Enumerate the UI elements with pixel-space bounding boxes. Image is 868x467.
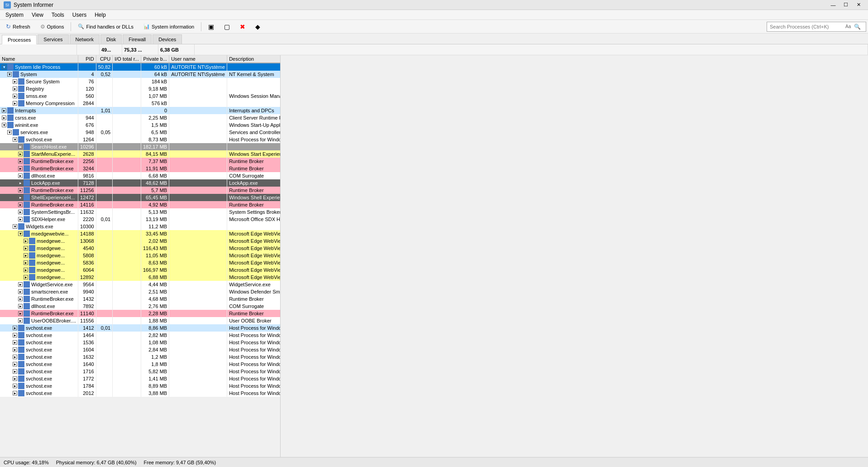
table-row[interactable]: ▾svchost.exe12648,73 MBHost Process for … [0,136,281,143]
table-row[interactable]: ▸Interrupts1,010Interrupts and DPCs [0,107,281,114]
table-row[interactable]: ▸svchost.exe14120,018,86 MBHost Process … [0,324,281,332]
table-row[interactable]: ▸svchost.exe16321,2 MBHost Process for W… [0,353,281,361]
table-row[interactable]: ▸svchost.exe16401,8 MBHost Process for W… [0,361,281,368]
table-row[interactable]: ▸msedgewe...58368,63 MBMicrosoft Edge We… [0,259,281,266]
table-row[interactable]: ▸dllhost.exe78922,76 MBCOM Surrogate [0,303,281,310]
tab-disk[interactable]: Disk [100,34,122,44]
table-row[interactable]: ▸svchost.exe17848,89 MBHost Process for … [0,382,281,390]
table-row[interactable]: ▸svchost.exe17721,41 MBHost Process for … [0,375,281,382]
col-header-priv[interactable]: Private b... [141,55,169,63]
table-row[interactable]: ▸csrss.exe9442,25 MBClient Server Runtim… [0,114,281,121]
table-row[interactable]: ▸svchost.exe14642,82 MBHost Process for … [0,332,281,339]
table-row[interactable]: ▾msedgewebvie...1418833,45 MBMicrosoft E… [0,230,281,237]
refresh-button[interactable]: ↻ Refresh [2,21,34,32]
table-row[interactable]: ▾services.exe9480,056,5 MBServices and C… [0,129,281,136]
process-user [169,317,227,324]
table-row[interactable]: ▸msedgewe...580811,05 MBMicrosoft Edge W… [0,252,281,259]
table-row[interactable]: ▸Secure System76184 kB [0,78,281,85]
table-row[interactable]: ▸RuntimeBroker.exe112565,7 MBRuntime Bro… [0,187,281,194]
table-row[interactable]: ▸LockApp.exe712848,62 MBLockApp.exe [0,179,281,187]
tab-network[interactable]: Network [70,34,100,44]
table-row[interactable]: ▸Registry1209,18 MB [0,85,281,92]
col-header-user[interactable]: User name [169,55,227,63]
process-cpu [96,194,113,201]
col-header-io[interactable]: I/O total r... [113,55,141,63]
table-row[interactable]: ▸svchost.exe20123,88 MBHost Process for … [0,390,281,397]
window-btn-1[interactable]: ▣ [204,21,218,32]
process-io [113,288,141,295]
table-row[interactable]: ▸ShellExperienceH...1247265,45 MBWindows… [0,194,281,201]
table-row[interactable]: ▸msedgewe...6064166,97 MBMicrosoft Edge … [0,266,281,274]
process-name-cell: ▸msedgewe... [0,237,78,245]
table-row[interactable]: ▸UserOOBEBroker....115561,88 MBUser OOBE… [0,317,281,324]
main-content: Name PID CPU I/O total r... Private b...… [0,55,868,457]
close-button[interactable]: ✕ [853,0,864,10]
process-cpu [96,121,113,129]
process-io [113,208,141,216]
table-row[interactable]: ▸Memory Compression2844576 kB [0,100,281,107]
process-pid: 1784 [78,382,96,390]
table-row[interactable]: ▸RuntimeBroker.exe141164,92 MBRuntime Br… [0,201,281,208]
table-row[interactable]: ▸StartMenuExperie...262884,15 MBWindows … [0,150,281,158]
close-proc-button[interactable]: ✖ [236,21,249,32]
menu-system[interactable]: System [2,11,27,19]
table-row[interactable]: ▸svchost.exe17165,82 MBHost Process for … [0,368,281,375]
window-btn-2[interactable]: ▢ [220,21,234,32]
table-row[interactable]: ▸smss.exe5601,07 MBWindows Session Manag… [0,92,281,100]
table-row[interactable]: ▸RuntimeBroker.exe111402,28 MBRuntime Br… [0,310,281,317]
table-row[interactable]: ▾System Idle Process50,8260 kBAUTORITE N… [0,63,281,71]
col-header-name[interactable]: Name [0,55,78,63]
tab-firewall[interactable]: Firewall [123,34,152,44]
tab-services[interactable]: Services [38,34,68,44]
tab-processes[interactable]: Processes [2,35,37,44]
minimize-button[interactable]: ― [827,0,839,10]
table-row[interactable]: ▸msedgewe...128926,88 MBMicrosoft Edge W… [0,274,281,281]
menu-users[interactable]: Users [69,11,90,19]
process-pid: 1432 [78,295,96,303]
table-row[interactable]: ▸smartscreen.exe99402,51 MBWindows Defen… [0,288,281,295]
table-row[interactable]: ▸RuntimeBroker.exe14324,68 MBRuntime Bro… [0,295,281,303]
network-btn[interactable]: ◆ [251,21,264,32]
menu-tools[interactable]: Tools [48,11,68,19]
process-private-bytes: 84,15 MB [141,150,169,158]
menu-view[interactable]: View [28,11,47,19]
process-cpu: 1,01 [96,107,113,114]
process-name-cell: ▸RuntimeBroker.exe [0,165,78,172]
table-row[interactable]: ▸RuntimeBroker.exe22567,37 MBRuntime Bro… [0,158,281,165]
process-description: Host Process for Windows Ser... [227,324,281,332]
table-row[interactable]: ▸msedgewe...130682,02 MBMicrosoft Edge W… [0,237,281,245]
table-row[interactable]: ▸svchost.exe15361,08 MBHost Process for … [0,339,281,346]
table-row[interactable]: ▸SearchHost.exe10296182,17 MB [0,143,281,150]
maximize-button[interactable]: ☐ [840,0,852,10]
table-row[interactable]: ▾Widgets.exe1030011,2 MB [0,223,281,230]
process-private-bytes: 11,05 MB [141,252,169,259]
table-row[interactable]: ▾wininit.exe6761,5 MBWindows Start-Up Ap… [0,121,281,129]
process-private-bytes: 2,25 MB [141,114,169,121]
table-row[interactable]: ▸RuntimeBroker.exe324411,91 MBRuntime Br… [0,165,281,172]
options-button[interactable]: ⚙ Options [36,21,68,32]
search-button[interactable]: 🔍 [852,22,862,32]
process-cpu [96,295,113,303]
process-table-wrapper[interactable]: Name PID CPU I/O total r... Private b...… [0,55,281,457]
table-row[interactable]: ▸WidgetService.exe95644,44 MBWidgetServi… [0,281,281,288]
menu-help[interactable]: Help [91,11,110,19]
process-icon [24,310,30,317]
table-row[interactable]: ▸SystemSettingsBr...116325,13 MBSystem S… [0,208,281,216]
summary-row: 49... 75,33 ... 6,38 GB [0,44,868,55]
table-row[interactable]: ▾System40,5264 kBAUTORITE NT\SystèmeNT K… [0,71,281,78]
process-name-text: SearchHost.exe [31,144,67,149]
table-row[interactable]: ▸msedgewe...4540116,43 MBMicrosoft Edge … [0,245,281,252]
process-cpu [96,165,113,172]
sys-info-button[interactable]: 📊 System information [139,21,198,32]
tab-devices[interactable]: Devices [153,34,182,44]
search-input[interactable] [767,23,844,30]
find-handles-button[interactable]: 🔍 Find handles or DLLs [74,21,138,32]
table-row[interactable]: ▸dllhost.exe98166,68 MBCOM Surrogate [0,172,281,179]
col-header-pid[interactable]: PID [78,55,96,63]
col-header-desc[interactable]: Description [227,55,281,63]
table-row[interactable]: ▸SDXHelper.exe22200,0113,19 MBMicrosoft … [0,216,281,223]
search-box[interactable]: Aa 🔍 [767,22,866,32]
process-user [169,274,227,281]
table-row[interactable]: ▸svchost.exe16042,84 MBHost Process for … [0,346,281,353]
col-header-cpu[interactable]: CPU [96,55,113,63]
